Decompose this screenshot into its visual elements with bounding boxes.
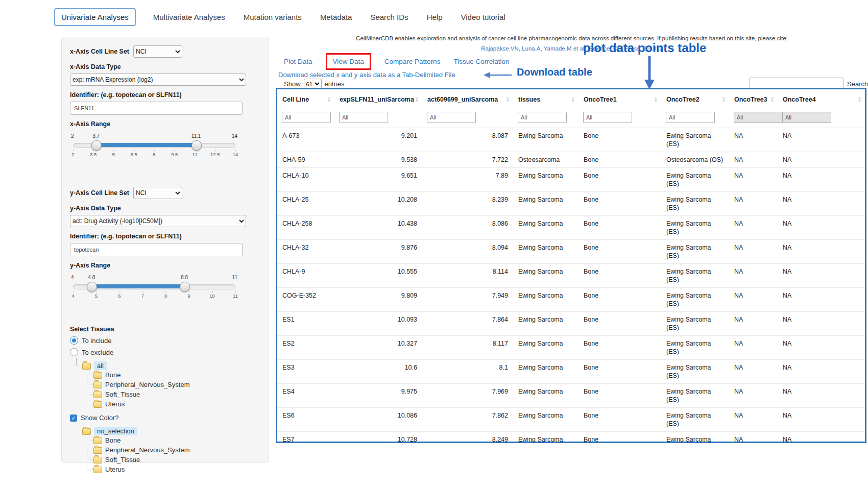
- radio-checked-icon[interactable]: [70, 336, 78, 345]
- table-row[interactable]: ES610.0867.862Ewing SarcomaBoneEwing Sar…: [277, 408, 865, 432]
- cell-oncotree2: Ewing Sarcoma (ES): [661, 168, 729, 192]
- cell-cell-line: CHLA-10: [277, 168, 334, 192]
- column-header-tissues[interactable]: tissues▲▼: [513, 89, 578, 110]
- table-row[interactable]: ES49.9757.969Ewing SarcomaBoneEwing Sarc…: [277, 384, 865, 408]
- x-axis-identifier-input[interactable]: [70, 102, 243, 115]
- cell-expslfn11-unisarcoma: 10.327: [334, 336, 422, 360]
- column-filter-expslfn11-unisarcoma[interactable]: [339, 112, 388, 123]
- column-filter-oncotree3[interactable]: [734, 112, 783, 123]
- tree-item-soft-tissue[interactable]: Soft_Tissue: [85, 389, 260, 399]
- sort-icon[interactable]: ▲▼: [770, 96, 774, 103]
- tab-plot-data[interactable]: Plot Data: [284, 58, 312, 65]
- filter-cell: [661, 110, 729, 128]
- nav-tab-video-tutorial[interactable]: Video tutorial: [460, 9, 506, 26]
- range-handle-low[interactable]: [87, 282, 97, 292]
- column-filter-oncotree2[interactable]: [666, 112, 715, 123]
- cell-oncotree4: NA: [778, 384, 865, 408]
- column-filter-act609699-unisarcoma[interactable]: [427, 112, 476, 123]
- column-header-oncotree2[interactable]: OncoTree2▲▼: [661, 89, 729, 110]
- y-axis-range-slider[interactable]: 4.88.84114567891011: [73, 284, 235, 289]
- tab-compare-patterns[interactable]: Compare Patterns: [384, 58, 441, 65]
- x-axis-data-type-select[interactable]: exp: mRNA Expression (log2): [70, 74, 246, 86]
- table-row[interactable]: ES110.0937.864Ewing SarcomaBoneEwing Sar…: [277, 312, 865, 336]
- citation-reference-link[interactable]: Rajapakse.VN, Luna.A, Yamade.M et al. iS…: [278, 44, 865, 54]
- sort-icon[interactable]: ▲▼: [722, 96, 726, 103]
- table-row[interactable]: CHLA-25810.4388.086Ewing SarcomaBoneEwin…: [277, 216, 865, 240]
- column-filter-oncotree1[interactable]: [583, 112, 632, 123]
- tree-item-uterus[interactable]: Uterus: [85, 465, 260, 474]
- y-axis-identifier-input[interactable]: [70, 243, 243, 256]
- tree-item-bone[interactable]: Bone: [85, 370, 260, 380]
- table-row[interactable]: CHLA-910.5558.114Ewing SarcomaBoneEwing …: [277, 264, 865, 288]
- table-row[interactable]: CHA-599.5387.722OsteosarcomaBoneOsteosar…: [277, 152, 865, 168]
- sort-icon[interactable]: ▲▼: [506, 96, 510, 103]
- table-row[interactable]: A-6739.2018.087Ewing SarcomaBoneEwing Sa…: [277, 128, 865, 152]
- tab-tissue-correlation[interactable]: Tissue Correlation: [453, 58, 509, 65]
- column-header-cell-line[interactable]: Cell Line▲▼: [277, 89, 334, 110]
- sort-icon[interactable]: ▲▼: [327, 96, 331, 103]
- cell-oncotree2: Ewing Sarcoma (ES): [661, 216, 729, 240]
- slider-tick: 12.5: [210, 152, 220, 157]
- nav-tab-multivariate-analyses[interactable]: Multivariate Analyses: [152, 9, 226, 26]
- column-header-act609699-unisarcoma[interactable]: act609699_uniSarcoma▲▼: [422, 89, 513, 110]
- column-header-oncotree1[interactable]: OncoTree1▲▼: [578, 89, 661, 110]
- download-link[interactable]: Download selected x and y axis data as a…: [278, 71, 455, 79]
- range-handle-low[interactable]: [91, 140, 102, 151]
- cell-oncotree2: Ewing Sarcoma (ES): [661, 360, 729, 384]
- tree-root-all[interactable]: all: [74, 361, 260, 370]
- tree-item-peripheral-nervous-system[interactable]: Peripheral_Nervous_System: [85, 380, 260, 389]
- column-header-oncotree3[interactable]: OncoTree3▲▼: [729, 89, 778, 110]
- range-handle-high[interactable]: [180, 282, 190, 292]
- radio-to-include-label: To include: [82, 337, 112, 345]
- nav-tab-search-ids[interactable]: Search IDs: [369, 9, 409, 26]
- column-header-oncotree4[interactable]: OncoTree4▲▼: [778, 89, 865, 110]
- cell-expslfn11-unisarcoma: 10.728: [334, 432, 422, 444]
- radio-to-exclude[interactable]: To exclude: [70, 348, 260, 356]
- table-row[interactable]: ES210.3278.117Ewing SarcomaBoneEwing Sar…: [277, 336, 865, 360]
- cell-oncotree4: NA: [778, 264, 865, 288]
- nav-tab-mutation-variants[interactable]: Mutation variants: [243, 9, 303, 26]
- range-handle-high[interactable]: [191, 140, 202, 151]
- column-header-expslfn11-unisarcoma[interactable]: expSLFN11_uniSarcoma▲▼: [334, 89, 422, 110]
- radio-to-include[interactable]: To include: [70, 336, 260, 345]
- y-axis-cell-line-set-select[interactable]: NCI: [133, 187, 182, 199]
- x-axis-range-slider[interactable]: 3.711.121423.556.589.51112.514: [73, 143, 235, 148]
- tree-item-uterus[interactable]: Uterus: [85, 399, 260, 409]
- cell-oncotree4: NA: [778, 168, 865, 192]
- radio-to-exclude-label: To exclude: [82, 349, 113, 356]
- sort-icon[interactable]: ▲▼: [571, 96, 575, 103]
- table-row[interactable]: ES310.68.1Ewing SarcomaBoneEwing Sarcoma…: [277, 360, 865, 384]
- nav-tab-univariate-analyses[interactable]: Univariate Analyses: [54, 8, 136, 26]
- y-axis-data-type-select[interactable]: act: Drug Activity (-log10[IC50M]): [70, 215, 246, 227]
- nav-tab-help[interactable]: Help: [426, 9, 444, 26]
- tree-item-soft-tissue[interactable]: Soft_Tissue: [85, 455, 260, 465]
- tree-item-peripheral-nervous-system[interactable]: Peripheral_Nervous_System: [85, 445, 260, 455]
- tree-item-bone[interactable]: Bone: [85, 435, 260, 445]
- slider-tick: 7: [141, 293, 144, 299]
- show-color-checkbox-row[interactable]: ✓ Show Color?: [70, 414, 260, 422]
- sort-icon[interactable]: ▲▼: [415, 96, 419, 103]
- column-filter-oncotree4[interactable]: [782, 112, 831, 123]
- cell-act609699-unisarcoma: 8.087: [422, 128, 513, 152]
- column-filter-cell-line[interactable]: [282, 112, 331, 123]
- cell-act609699-unisarcoma: 8.249: [422, 432, 513, 444]
- sort-icon[interactable]: ▲▼: [654, 96, 658, 103]
- table-row[interactable]: CHLA-329.8768.094Ewing SarcomaBoneEwing …: [277, 240, 865, 264]
- tree-root-no-selection[interactable]: no_selection: [74, 427, 260, 435]
- cell-expslfn11-unisarcoma: 10.438: [334, 216, 422, 240]
- cell-oncotree3: NA: [729, 128, 778, 152]
- table-row[interactable]: ES710.7288.249Ewing SarcomaBoneEwing Sar…: [277, 432, 865, 444]
- table-row[interactable]: CHLA-109.6517.89Ewing SarcomaBoneEwing S…: [277, 168, 865, 192]
- table-row[interactable]: CHLA-2510.2088.239Ewing SarcomaBoneEwing…: [277, 192, 865, 216]
- checkbox-checked-icon[interactable]: ✓: [70, 414, 77, 422]
- column-filter-tissues[interactable]: [518, 112, 567, 123]
- x-axis-cell-line-set-select[interactable]: NCI: [133, 45, 182, 58]
- cell-cell-line: ES1: [277, 312, 334, 336]
- table-row[interactable]: COG-E-3529.8097.949Ewing SarcomaBoneEwin…: [277, 288, 865, 312]
- slider-tick: 5: [95, 293, 98, 299]
- radio-unchecked-icon[interactable]: [70, 348, 78, 356]
- tab-view-data[interactable]: View Data: [326, 53, 371, 70]
- sort-icon[interactable]: ▲▼: [858, 96, 861, 103]
- result-tabs: Plot DataView DataCompare PatternsTissue…: [284, 53, 509, 70]
- nav-tab-metadata[interactable]: Metadata: [319, 9, 353, 26]
